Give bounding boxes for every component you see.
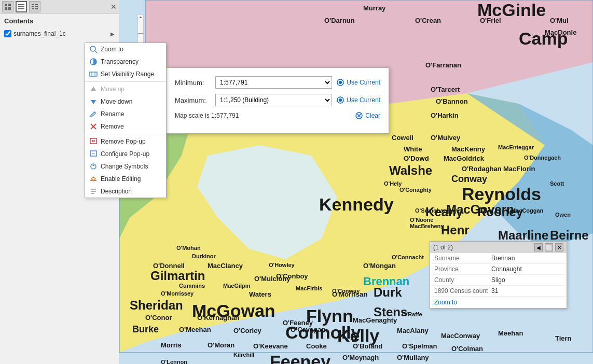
move-down-icon [89, 97, 98, 106]
popup-field-value: Connaught [491, 265, 522, 273]
min-row: Minimum: 1:577,7911:1,000,0001:500,0001:… [175, 76, 380, 89]
popup-header: (1 of 2) ◀ ⬜ ✕ [430, 242, 567, 253]
menu-item-configure-popup[interactable]: Configure Pop-up [85, 148, 166, 160]
popup-zoom-link[interactable]: Zoom to [430, 297, 567, 308]
set-visibility-icon [89, 70, 98, 78]
layer-row: surnames_final_1c ▶ [0, 28, 119, 39]
transparency-icon [89, 58, 98, 66]
svg-marker-36 [92, 164, 94, 166]
configure-popup-icon [89, 150, 98, 158]
popup-prev-button[interactable]: ◀ [534, 243, 543, 251]
scale-row: Map scale is 1:577,791 Clear [175, 111, 380, 120]
menu-item-description-label: Description [101, 188, 132, 195]
svg-rect-13 [32, 4, 34, 5]
menu-item-move-down[interactable]: Move down [85, 95, 166, 108]
svg-point-44 [339, 99, 342, 102]
popup-field-key: County [434, 276, 491, 284]
popup-field-key: 1890 Census count [434, 287, 491, 295]
svg-rect-6 [5, 4, 7, 6]
sidebar-view-btn-2[interactable] [16, 1, 27, 12]
layer-checkbox[interactable] [4, 30, 11, 37]
enable-editing-icon [89, 175, 98, 183]
layer-name: surnames_final_1c [13, 30, 108, 37]
clear-button[interactable]: Clear [355, 111, 380, 120]
sidebar-toolbar: ✕ [0, 0, 119, 14]
menu-item-move-up: Move up [85, 83, 166, 95]
sidebar-close-button[interactable]: ✕ [111, 3, 117, 11]
remove-icon [89, 122, 98, 131]
svg-rect-11 [18, 6, 24, 7]
menu-item-description[interactable]: Description [85, 185, 166, 198]
popup-field-value: 31 [491, 287, 498, 295]
menu-item-rename[interactable]: Rename [85, 108, 166, 120]
sidebar-view-btn-1[interactable] [2, 1, 13, 12]
popup-field-key: Province [434, 265, 491, 273]
menu-item-remove-popup[interactable]: Remove Pop-up [85, 135, 166, 148]
use-current-icon [336, 78, 344, 87]
popup-field-key: Surname [434, 255, 491, 262]
svg-line-20 [95, 51, 97, 53]
min-use-current-button[interactable]: Use Current [336, 78, 380, 87]
menu-divider-1 [85, 81, 166, 82]
description-icon [89, 187, 98, 195]
svg-rect-8 [5, 7, 7, 10]
menu-item-enable-editing-label: Enable Editing [101, 175, 141, 183]
svg-rect-16 [35, 6, 38, 7]
popup-expand-button[interactable]: ⬜ [545, 243, 553, 251]
max-select[interactable]: 1:1,250 (Building)1:2,5001:5,0001:10,000 [215, 94, 332, 106]
min-label: Minimum: [175, 79, 211, 87]
change-symbols-icon [89, 162, 98, 171]
max-use-current-label: Use Current [347, 96, 380, 104]
svg-rect-10 [18, 4, 24, 5]
menu-item-move-up-label: Move up [101, 86, 125, 93]
svg-point-42 [339, 81, 342, 84]
layer-expand-arrow[interactable]: ▶ [111, 31, 115, 37]
popup-field-value: Brennan [491, 255, 515, 262]
context-menu: Zoom to Transparency Set Visibility Rang… [85, 43, 167, 198]
popup-field-row: 1890 Census count31 [430, 286, 567, 297]
zoom-to-icon [89, 45, 98, 53]
popup-close-button[interactable]: ✕ [555, 243, 563, 251]
use-current-icon-2 [336, 96, 344, 104]
svg-rect-9 [8, 7, 11, 10]
svg-rect-22 [90, 72, 97, 76]
max-use-current-button[interactable]: Use Current [336, 96, 380, 104]
menu-item-transparency-label: Transparency [101, 58, 139, 65]
menu-item-transparency[interactable]: Transparency [85, 55, 166, 68]
min-select[interactable]: 1:577,7911:1,000,0001:500,0001:250,000 [215, 76, 332, 89]
contents-title: Contents [0, 14, 119, 28]
svg-rect-14 [35, 4, 38, 5]
svg-rect-7 [8, 4, 11, 6]
popup-field-row: CountySligo [430, 275, 567, 286]
svg-rect-15 [32, 6, 34, 7]
menu-item-zoom-to[interactable]: Zoom to [85, 43, 166, 55]
popup-panel: (1 of 2) ◀ ⬜ ✕ SurnameBrennanProvinceCon… [430, 241, 567, 309]
clear-icon [355, 111, 363, 120]
menu-item-remove-popup-label: Remove Pop-up [101, 138, 146, 145]
menu-item-remove[interactable]: Remove [85, 120, 166, 133]
menu-item-set-visibility-label: Set Visibility Range [101, 71, 154, 78]
max-label: Maximum: [175, 96, 211, 104]
menu-item-zoom-to-label: Zoom to [101, 46, 123, 53]
menu-divider-2 [85, 134, 166, 134]
svg-rect-12 [18, 8, 24, 9]
menu-item-change-symbols[interactable]: Change Symbols [85, 160, 166, 173]
sidebar-view-btn-3[interactable] [29, 1, 40, 12]
menu-item-remove-label: Remove [101, 123, 124, 130]
menu-item-set-visibility[interactable]: Set Visibility Range [85, 68, 166, 80]
rename-icon [89, 110, 98, 118]
menu-item-configure-popup-label: Configure Pop-up [101, 150, 149, 158]
svg-marker-25 [91, 87, 96, 91]
popup-field-row: ProvinceConnaught [430, 264, 567, 275]
visibility-range-dialog: Minimum: 1:577,7911:1,000,0001:500,0001:… [166, 67, 389, 134]
svg-line-27 [94, 112, 95, 113]
popup-field-value: Sligo [491, 276, 505, 284]
menu-item-rename-label: Rename [101, 110, 124, 118]
menu-item-enable-editing[interactable]: Enable Editing [85, 173, 166, 185]
svg-marker-26 [91, 100, 96, 104]
popup-title: (1 of 2) [433, 244, 532, 251]
remove-popup-icon [89, 137, 98, 146]
svg-rect-18 [35, 8, 38, 9]
move-up-icon [89, 85, 98, 93]
min-use-current-label: Use Current [347, 79, 380, 86]
